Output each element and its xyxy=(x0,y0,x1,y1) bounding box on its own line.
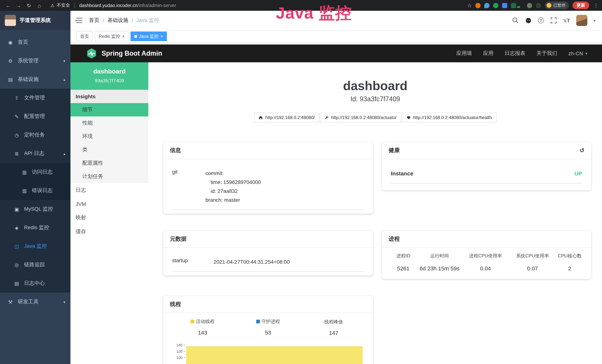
sba-sidebar-item-classes[interactable]: 类 xyxy=(70,143,148,157)
divider xyxy=(75,3,75,8)
sba-sidebar-item-environment[interactable]: 环境 xyxy=(70,130,148,143)
hamburger-icon[interactable] xyxy=(76,17,83,24)
sidebar-item-jobs[interactable]: ◷ 定时任务 xyxy=(0,126,70,144)
upload-icon: ⇧ xyxy=(14,95,20,101)
sidebar-item-java-monitor[interactable]: ◫ Java 监控 xyxy=(0,237,70,256)
address-bar[interactable]: dashboard.yudao.iocoder.cn /infra/admin-… xyxy=(79,3,176,8)
info-row-git: git commit: time: 1596289704000 id: 27aa… xyxy=(172,163,364,210)
sidebar-item-access-log[interactable]: ▥ 访问日志 xyxy=(0,163,70,181)
breadcrumb-home[interactable]: 首页 xyxy=(89,17,99,24)
extension-icon[interactable] xyxy=(511,3,516,8)
sidebar-item-system[interactable]: ⚙ 系统管理 ▾ xyxy=(0,52,70,70)
instance-link-health[interactable]: http://192.168.0.2:48080/actuator/health xyxy=(402,113,496,122)
sba-sidebar-item-metrics[interactable]: 性能 xyxy=(70,117,148,130)
instance-link-actuator[interactable]: http://192.168.0.2:48080/actuator xyxy=(320,113,401,122)
cards-grid: 信息 git commit: time: 1596289704000 id: 2 xyxy=(163,142,592,364)
tab-java-monitor[interactable]: Java 监控 × xyxy=(130,32,167,41)
forward-icon[interactable]: → xyxy=(14,2,23,8)
site-security[interactable]: ⚠ 不安全 xyxy=(50,2,70,9)
process-table-values: 5261 6d 23h 15m 59s 0.04 0.07 2 xyxy=(389,259,584,271)
help-icon[interactable]: ? xyxy=(538,17,544,23)
extension-on-badge: on xyxy=(517,6,520,8)
extension-icon[interactable] xyxy=(502,3,507,8)
search-icon[interactable] xyxy=(512,17,519,24)
sba-nav-wallboard[interactable]: 应用墙 xyxy=(456,50,472,57)
extension-icon[interactable] xyxy=(475,3,481,8)
health-card: 健康 ↺ Instance UP xyxy=(382,142,591,190)
refresh-icon[interactable]: ↻ xyxy=(24,2,33,8)
tab-home[interactable]: 首页 xyxy=(76,32,93,41)
sidebar-item-error-log[interactable]: ▥ 错误日志 xyxy=(0,181,70,200)
sidebar-item-infra[interactable]: ▤ 基础设施 ▴ xyxy=(0,70,70,89)
sidebar-item-redis[interactable]: ◈ Redis 监控 xyxy=(0,218,70,237)
timer-icon: ◷ xyxy=(14,132,20,138)
sidebar-item-mysql[interactable]: ▣ MySQL 监控 xyxy=(0,200,70,218)
sba-sidebar-item-mappings[interactable]: 映射 xyxy=(70,211,148,225)
sba-sidebar-item-details[interactable]: 细节 xyxy=(70,103,148,117)
instance-link-home[interactable]: http://192.168.0.2:48080/ xyxy=(254,113,319,122)
paused-label: 已暂停 xyxy=(553,3,566,8)
profile-paused-badge[interactable]: 已暂停 xyxy=(545,1,569,9)
health-instance-row[interactable]: Instance UP xyxy=(391,163,582,183)
extension-icon[interactable] xyxy=(527,3,532,8)
app-sidebar: 芋道管理系统 ◉ 首页 ⚙ 系统管理 ▾ ▤ 基础设施 ▴ ⇧ xyxy=(0,11,70,364)
browser-actions: ☆ on 已暂停 更新 ⋮ xyxy=(467,1,599,9)
home-icon xyxy=(259,115,263,120)
sba-brand[interactable]: Spring Boot Admin xyxy=(102,50,162,57)
legend-swatch-yellow xyxy=(191,320,194,323)
chrome-update-button[interactable]: 更新 xyxy=(572,1,589,9)
sidebar-item-files[interactable]: ⇧ 文件管理 xyxy=(0,89,70,107)
app-menu: ◉ 首页 ⚙ 系统管理 ▾ ▤ 基础设施 ▴ ⇧ 文件管理 xyxy=(0,30,70,364)
sba-sidebar-item-caches[interactable]: 缓存 xyxy=(70,225,148,239)
status-badge: UP xyxy=(574,170,582,177)
tab-redis-monitor[interactable]: Redis 监控 × xyxy=(95,32,128,41)
wrench-icon xyxy=(324,115,329,120)
chevron-down-icon[interactable]: ▾ xyxy=(594,18,595,22)
sidebar-item-log-center[interactable]: ▤ 日志中心 xyxy=(0,274,70,293)
sidebar-item-api-log[interactable]: ≣ API 日志 ▴ xyxy=(0,144,70,163)
security-label: 不安全 xyxy=(57,2,70,9)
eye-icon: ◎ xyxy=(14,262,20,268)
breadcrumb-current: Java 监控 xyxy=(137,17,159,24)
url-host: dashboard.yudao.iocoder.cn xyxy=(79,3,138,8)
github-icon[interactable] xyxy=(525,17,532,24)
sidebar-item-tracing[interactable]: ◎ 链路追踪 xyxy=(0,256,70,274)
screen: Java 监控 ← → ↻ ⌂ ⚠ 不安全 dashboard.yudao.io… xyxy=(0,0,602,364)
user-avatar[interactable] xyxy=(576,15,587,26)
sba-nav-links: 应用墙 应用 日志报表 关于我们 zh-CN ▾ xyxy=(456,50,587,57)
threads-card-header: 线程 xyxy=(163,296,373,313)
sidebar-item-config[interactable]: ✎ 配置管理 xyxy=(0,107,70,126)
sidebar-item-dev-tools[interactable]: ⚒ 研发工具 ▾ xyxy=(0,293,70,311)
font-size-icon[interactable]: 𝕩T xyxy=(563,17,570,23)
extension-icon[interactable] xyxy=(484,3,490,8)
sba-sidebar-item-jvm[interactable]: JVM xyxy=(70,197,148,211)
browser-menu-icon[interactable]: ⋮ xyxy=(594,3,599,8)
sba-sidebar-item-configprops[interactable]: 配置属性 xyxy=(70,157,148,170)
sba-nav-about[interactable]: 关于我们 xyxy=(537,50,557,57)
monitor-icon: ▣ xyxy=(14,206,20,212)
page-subtitle: Id: 93a3fc7f7409 xyxy=(148,95,602,103)
history-icon[interactable]: ↺ xyxy=(579,147,584,153)
close-tab-icon[interactable]: × xyxy=(160,34,163,39)
sba-sidebar-item-scheduled[interactable]: 计划任务 xyxy=(70,170,148,183)
header-actions: ? 𝕩T ▾ xyxy=(512,15,596,26)
home-icon[interactable]: ⌂ xyxy=(35,2,44,8)
app-frame: 芋道管理系统 ◉ 首页 ⚙ 系统管理 ▾ ▤ 基础设施 ▴ ⇧ xyxy=(0,11,602,364)
back-icon[interactable]: ← xyxy=(4,2,13,8)
extension-icon[interactable] xyxy=(493,3,499,8)
sba-instance-header[interactable]: dashboard 93a3fc7f7409 xyxy=(70,62,148,90)
sba-nav-applications[interactable]: 应用 xyxy=(483,50,494,57)
page-title: dashboard xyxy=(148,79,602,93)
fullscreen-icon[interactable] xyxy=(550,17,557,24)
breadcrumb-infra[interactable]: 基础设施 xyxy=(108,17,128,24)
sba-nav-journal[interactable]: 日志报表 xyxy=(505,50,526,57)
bookmark-star-icon[interactable]: ☆ xyxy=(467,2,472,8)
log-center-icon: ▤ xyxy=(14,280,20,286)
extension-icon[interactable] xyxy=(536,3,541,8)
sba-locale-select[interactable]: zh-CN ▾ xyxy=(569,50,587,56)
sidebar-item-home[interactable]: ◉ 首页 xyxy=(0,33,70,52)
close-tab-icon[interactable]: × xyxy=(122,34,125,39)
sba-sidebar-item-logs[interactable]: 日志 xyxy=(70,183,148,197)
infra-icon: ▤ xyxy=(7,76,13,82)
app-logo-bar[interactable]: 芋道管理系统 xyxy=(0,11,70,30)
